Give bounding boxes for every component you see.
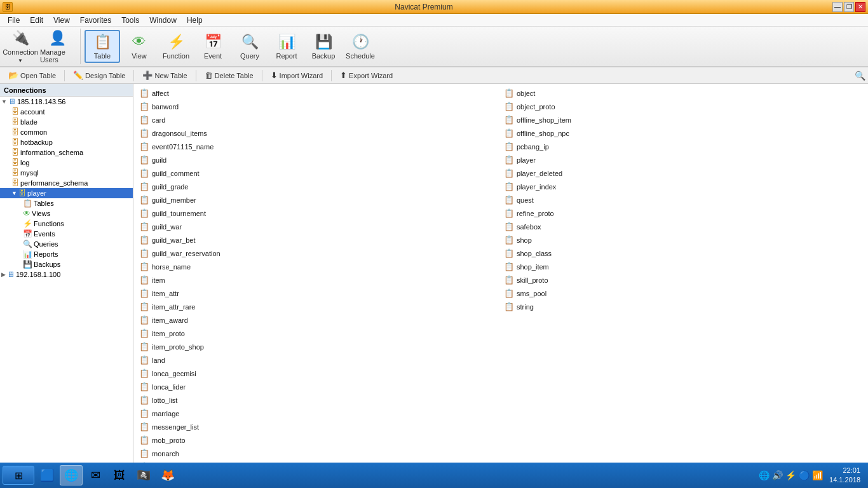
new-table-button[interactable]: ➕ New Table [137, 69, 193, 82]
table-item[interactable]: 📋player_index [501, 180, 865, 193]
folder-views[interactable]: 👁 Views [0, 208, 133, 219]
table-item[interactable]: 📋shop_item [501, 260, 865, 273]
event-button[interactable]: 📅 Event [195, 30, 231, 63]
taskbar-clock[interactable]: 22:01 14.1.2018 [824, 466, 865, 485]
folder-reports[interactable]: 📊 Reports [0, 249, 133, 259]
table-item[interactable]: 📋affect [136, 86, 501, 100]
taskbar-app-explorer[interactable]: 🖼 [108, 465, 131, 485]
table-item[interactable]: 📋lonca_lider [136, 380, 501, 393]
taskbar-app-game[interactable]: 🏴‍☠️ [132, 465, 155, 485]
table-item[interactable]: 📋skill_proto [501, 273, 865, 287]
table-item[interactable]: 📋offline_shop_item [501, 113, 865, 126]
open-table-button[interactable]: 📂 Open Table [3, 69, 62, 82]
table-item[interactable]: 📋land [136, 353, 501, 367]
db-performance-schema[interactable]: 🗄 performance_schema [0, 178, 133, 188]
table-item[interactable]: 📋refine_proto [501, 207, 865, 220]
db-log[interactable]: 🗄 log [0, 158, 133, 168]
menu-view[interactable]: View [48, 15, 75, 26]
table-item[interactable]: 📋guild_comment [136, 166, 501, 180]
table-item[interactable]: 📋item_attr [136, 287, 501, 300]
server-node-2[interactable]: ▶ 🖥 192.168.1.100 [0, 269, 133, 280]
close-button[interactable]: ✕ [855, 2, 865, 12]
table-item[interactable]: 📋offline_shop_npc [501, 126, 865, 140]
db-blade[interactable]: 🗄 blade [0, 117, 133, 127]
table-item[interactable]: 📋object_proto [501, 100, 865, 113]
schedule-button[interactable]: 🕐 Schedule [342, 30, 378, 63]
minimize-button[interactable]: — [832, 2, 843, 12]
table-item[interactable]: 📋card [136, 113, 501, 126]
tray-icon-5[interactable]: 📶 [812, 470, 823, 480]
start-button[interactable]: ⊞ [3, 466, 34, 485]
table-item[interactable]: 📋shop_class [501, 247, 865, 260]
server-node-1[interactable]: ▼ 🖥 185.118.143.56 [0, 97, 133, 107]
taskbar-app-chrome[interactable]: 🌐 [60, 465, 83, 485]
folder-events[interactable]: 📅 Events [0, 229, 133, 239]
table-item[interactable]: 📋monarch [136, 447, 501, 460]
table-item[interactable]: 📋pcbang_ip [501, 140, 865, 153]
db-information-schema[interactable]: 🗄 information_schema [0, 147, 133, 158]
query-button[interactable]: 🔍 Query [232, 30, 268, 63]
export-wizard-button[interactable]: ⬆ Export Wizard [334, 69, 398, 82]
db-common[interactable]: 🗄 common [0, 127, 133, 137]
function-button[interactable]: ⚡ Function [158, 30, 194, 63]
menu-file[interactable]: File [3, 15, 25, 26]
table-item[interactable]: 📋shop [501, 233, 865, 247]
table-item[interactable]: 📋mob_proto [136, 433, 501, 447]
table-item[interactable]: 📋sms_pool [501, 287, 865, 300]
table-item[interactable]: 📋horse_name [136, 260, 501, 273]
table-item[interactable]: 📋guild [136, 153, 501, 166]
table-item[interactable]: 📋banword [136, 100, 501, 113]
table-button[interactable]: 📋 Table [85, 30, 120, 63]
folder-backups[interactable]: 💾 Backups [0, 259, 133, 269]
menu-edit[interactable]: Edit [25, 15, 48, 26]
db-hotbackup[interactable]: 🗄 hotbackup [0, 137, 133, 147]
table-item[interactable]: 📋string [501, 300, 865, 313]
table-item[interactable]: 📋quest [501, 193, 865, 207]
table-item[interactable]: 📋player [501, 153, 865, 166]
tray-icon-3[interactable]: ⚡ [785, 470, 796, 480]
table-item[interactable]: 📋messenger_list [136, 420, 501, 433]
report-button[interactable]: 📊 Report [269, 30, 304, 63]
taskbar-app-firefox[interactable]: 🦊 [156, 465, 179, 485]
delete-table-button[interactable]: 🗑 Delete Table [199, 69, 259, 82]
table-item[interactable]: 📋dragonsoul_items [136, 126, 501, 140]
table-item[interactable]: 📋lonca_gecmisi [136, 367, 501, 380]
table-item[interactable]: 📋guild_tournement [136, 207, 501, 220]
backup-button[interactable]: 💾 Backup [306, 30, 341, 63]
db-mysql[interactable]: 🗄 mysql [0, 168, 133, 178]
tray-icon-2[interactable]: 🔊 [772, 470, 783, 480]
table-item[interactable]: 📋item_proto_shop [136, 340, 501, 353]
tray-icon-4[interactable]: 🔵 [799, 470, 810, 480]
table-item[interactable]: 📋item_award [136, 313, 501, 327]
view-button[interactable]: 👁 View [121, 30, 157, 63]
table-item[interactable]: 📋event071115_name [136, 140, 501, 153]
menu-tools[interactable]: Tools [116, 15, 144, 26]
table-item[interactable]: 📋safebox [501, 220, 865, 233]
table-item[interactable]: 📋item_proto [136, 327, 501, 340]
design-table-button[interactable]: ✏️ Design Table [67, 69, 131, 82]
maximize-button[interactable]: ❐ [844, 2, 854, 12]
table-item[interactable]: 📋marriage [136, 407, 501, 420]
menu-window[interactable]: Window [144, 15, 182, 26]
import-wizard-button[interactable]: ⬇ Import Wizard [265, 69, 329, 82]
menu-help[interactable]: Help [182, 15, 208, 26]
table-item[interactable]: 📋guild_member [136, 193, 501, 207]
table-item[interactable]: 📋object [501, 86, 865, 100]
connection-button[interactable]: 🔌 Connection ▼ [3, 30, 38, 63]
folder-tables[interactable]: 📋 Tables [0, 198, 133, 208]
taskbar-app-cube[interactable]: 🟦 [36, 465, 58, 485]
search-button[interactable]: 🔍 [855, 71, 865, 81]
folder-functions[interactable]: ⚡ Functions [0, 219, 133, 229]
db-account[interactable]: 🗄 account [0, 107, 133, 117]
db-player[interactable]: ▼ 🗄 player [0, 188, 133, 198]
table-item[interactable]: 📋guild_war_bet [136, 233, 501, 247]
table-item[interactable]: 📋item_attr_rare [136, 300, 501, 313]
table-item[interactable]: 📋lotto_list [136, 393, 501, 407]
taskbar-app-skype[interactable]: ✉ [84, 465, 107, 485]
folder-queries[interactable]: 🔍 Queries [0, 239, 133, 249]
table-item[interactable]: 📋item [136, 273, 501, 287]
table-item[interactable]: 📋player_deleted [501, 166, 865, 180]
table-item[interactable]: 📋guild_war [136, 220, 501, 233]
menu-favorites[interactable]: Favorites [75, 15, 116, 26]
table-item[interactable]: 📋guild_grade [136, 180, 501, 193]
